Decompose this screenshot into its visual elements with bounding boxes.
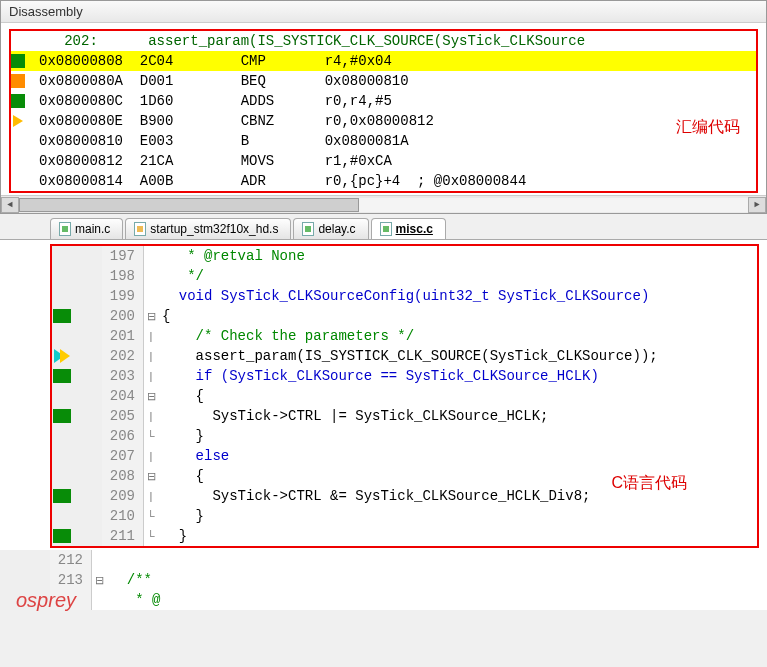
code-text: {: [158, 306, 757, 326]
tab-main-c[interactable]: main.c: [50, 218, 123, 239]
line-number: 212: [50, 550, 92, 570]
code-line[interactable]: 205| SysTick->CTRL |= SysTick_CLKSource_…: [52, 406, 757, 426]
line-number: 210: [102, 506, 144, 526]
file-icon: [380, 222, 392, 236]
asm-highlight-box: 202: assert_param(IS_SYSTICK_CLK_SOURCE(…: [9, 29, 758, 193]
fold-marker[interactable]: ⊟: [92, 570, 106, 590]
asm-row[interactable]: 0x08000808 2C04 CMP r4,#0x04: [11, 51, 756, 71]
scroll-track[interactable]: [19, 198, 748, 212]
code-line[interactable]: 207| else: [52, 446, 757, 466]
disassembly-hscroll[interactable]: ◄ ►: [1, 195, 766, 213]
tab-misc-c[interactable]: misc.c: [371, 218, 446, 239]
fold-marker[interactable]: |: [144, 346, 158, 366]
asm-source-context: 202: assert_param(IS_SYSTICK_CLK_SOURCE(…: [11, 31, 756, 51]
tab-delay-c[interactable]: delay.c: [293, 218, 368, 239]
file-icon: [302, 222, 314, 236]
asm-row[interactable]: 0x08000814 A00B ADR r0,{pc}+4 ; @0x08000…: [11, 171, 756, 191]
code-text: if (SysTick_CLKSource == SysTick_CLKSour…: [158, 366, 757, 386]
code-line[interactable]: 199 void SysTick_CLKSourceConfig(uint32_…: [52, 286, 757, 306]
code-text: /* Check the parameters */: [158, 326, 757, 346]
watermark: osprey: [16, 589, 76, 612]
code-text: }: [158, 426, 757, 446]
code-text: /**: [106, 570, 767, 590]
code-text: void SysTick_CLKSourceConfig(uint32_t Sy…: [158, 286, 757, 306]
asm-row[interactable]: 0x08000812 21CA MOVS r1,#0xCA: [11, 151, 756, 171]
code-line[interactable]: 212: [0, 550, 767, 570]
code-text: * @: [106, 590, 767, 610]
line-number: 206: [102, 426, 144, 446]
code-line[interactable]: * @: [0, 590, 767, 610]
scroll-left-icon[interactable]: ◄: [1, 197, 19, 213]
file-icon: [134, 222, 146, 236]
asm-row[interactable]: 0x0800080E B900 CBNZ r0,0x08000812: [11, 111, 756, 131]
fold-marker[interactable]: ⊟: [144, 386, 158, 406]
fold-marker[interactable]: |: [144, 366, 158, 386]
code-text: [106, 550, 767, 570]
editor-tabstrip: main.cstartup_stm32f10x_hd.sdelay.cmisc.…: [0, 214, 767, 240]
breakpoint-marker: [53, 529, 71, 543]
line-number: 199: [102, 286, 144, 306]
code-text: }: [158, 506, 757, 526]
scroll-right-icon[interactable]: ►: [748, 197, 766, 213]
breakpoint-marker: [53, 369, 71, 383]
fold-marker[interactable]: ⊟: [144, 466, 158, 486]
fold-marker[interactable]: [92, 590, 106, 610]
code-line[interactable]: 202| assert_param(IS_SYSTICK_CLK_SOURCE(…: [52, 346, 757, 366]
code-text: * @retval None: [158, 246, 757, 266]
line-number: 208: [102, 466, 144, 486]
line-number: 209: [102, 486, 144, 506]
code-annotation: C语言代码: [611, 473, 687, 494]
fold-marker[interactable]: |: [144, 446, 158, 466]
code-text: }: [158, 526, 757, 546]
asm-row[interactable]: 0x0800080A D001 BEQ 0x08000810: [11, 71, 756, 91]
breakpoint-marker: [53, 309, 71, 323]
tab-startup_stm32f10x_hd-s[interactable]: startup_stm32f10x_hd.s: [125, 218, 291, 239]
line-number: 213: [50, 570, 92, 590]
fold-marker[interactable]: [144, 286, 158, 306]
line-number: 197: [102, 246, 144, 266]
current-line-icon: [54, 349, 70, 363]
code-line[interactable]: 204⊟ {: [52, 386, 757, 406]
scroll-thumb[interactable]: [19, 198, 359, 212]
code-line[interactable]: 201| /* Check the parameters */: [52, 326, 757, 346]
line-number: 202: [102, 346, 144, 366]
code-text: SysTick->CTRL |= SysTick_CLKSource_HCLK;: [158, 406, 757, 426]
fold-marker[interactable]: |: [144, 326, 158, 346]
line-number: 200: [102, 306, 144, 326]
line-number: 198: [102, 266, 144, 286]
code-line[interactable]: 213⊟ /**: [0, 570, 767, 590]
breakpoint-marker: [53, 409, 71, 423]
code-line[interactable]: 211└ }: [52, 526, 757, 546]
asm-row[interactable]: 0x08000810 E003 B 0x0800081A: [11, 131, 756, 151]
fold-marker[interactable]: [92, 550, 106, 570]
fold-marker[interactable]: [144, 266, 158, 286]
fold-marker[interactable]: └: [144, 426, 158, 446]
fold-marker[interactable]: [144, 246, 158, 266]
fold-marker[interactable]: ⊟: [144, 306, 158, 326]
line-number: 203: [102, 366, 144, 386]
code-text: assert_param(IS_SYSTICK_CLK_SOURCE(SysTi…: [158, 346, 757, 366]
code-line[interactable]: 203| if (SysTick_CLKSource == SysTick_CL…: [52, 366, 757, 386]
line-number: 204: [102, 386, 144, 406]
code-text: */: [158, 266, 757, 286]
code-editor[interactable]: 197 * @retval None198 */199 void SysTick…: [0, 240, 767, 610]
code-line[interactable]: 198 */: [52, 266, 757, 286]
code-line[interactable]: 206└ }: [52, 426, 757, 446]
line-number: 205: [102, 406, 144, 426]
tab-label: delay.c: [318, 222, 355, 236]
asm-row[interactable]: 0x0800080C 1D60 ADDS r0,r4,#5: [11, 91, 756, 111]
tab-label: startup_stm32f10x_hd.s: [150, 222, 278, 236]
code-text: else: [158, 446, 757, 466]
code-line[interactable]: 210└ }: [52, 506, 757, 526]
fold-marker[interactable]: └: [144, 506, 158, 526]
fold-marker[interactable]: └: [144, 526, 158, 546]
tab-label: misc.c: [396, 222, 433, 236]
code-line[interactable]: 200⊟{: [52, 306, 757, 326]
fold-marker[interactable]: |: [144, 486, 158, 506]
disassembly-title: Disassembly: [1, 1, 766, 23]
fold-marker[interactable]: |: [144, 406, 158, 426]
line-number: 211: [102, 526, 144, 546]
code-highlight-box: 197 * @retval None198 */199 void SysTick…: [50, 244, 759, 548]
disassembly-pane: Disassembly 202: assert_param(IS_SYSTICK…: [0, 0, 767, 214]
code-line[interactable]: 197 * @retval None: [52, 246, 757, 266]
